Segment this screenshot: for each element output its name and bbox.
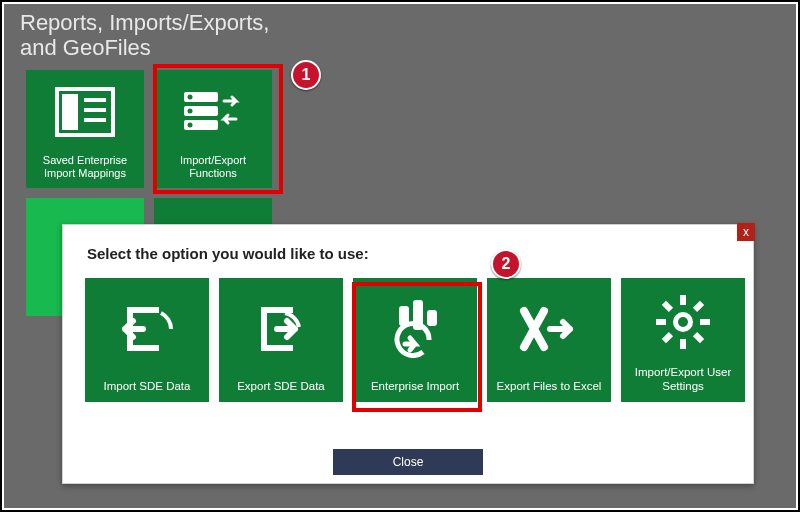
option-import-sde[interactable]: Import SDE Data bbox=[85, 278, 209, 402]
option-label: Export SDE Data bbox=[231, 380, 331, 394]
svg-rect-21 bbox=[662, 332, 673, 343]
svg-point-10 bbox=[188, 122, 193, 127]
step-badge-2: 2 bbox=[491, 249, 521, 279]
option-label: Export Files to Excel bbox=[491, 380, 608, 394]
option-enterprise-import[interactable]: Enterprise Import bbox=[353, 278, 477, 402]
export-sde-icon bbox=[219, 278, 343, 380]
tile-import-export-functions[interactable]: Import/Export Functions bbox=[154, 70, 272, 188]
dialog-options-row: Import SDE Data Export SDE Data bbox=[63, 262, 753, 402]
saved-mappings-icon bbox=[26, 70, 144, 154]
close-icon[interactable]: x bbox=[737, 223, 755, 241]
svg-rect-17 bbox=[680, 339, 686, 349]
svg-rect-16 bbox=[680, 295, 686, 305]
svg-rect-1 bbox=[62, 94, 78, 130]
top-tile-row: Saved Enterprise Import Mappings Import/… bbox=[26, 70, 272, 188]
tile-label: Import/Export Functions bbox=[154, 154, 272, 182]
svg-point-8 bbox=[188, 94, 193, 99]
svg-point-15 bbox=[678, 317, 688, 327]
svg-rect-22 bbox=[662, 301, 673, 312]
option-label: Import/Export User Settings bbox=[621, 366, 745, 394]
option-dialog: x Select the option you would like to us… bbox=[62, 224, 754, 484]
svg-point-9 bbox=[188, 108, 193, 113]
svg-rect-23 bbox=[693, 332, 704, 343]
option-export-excel[interactable]: Export Files to Excel bbox=[487, 278, 611, 402]
dialog-prompt: Select the option you would like to use: bbox=[63, 225, 753, 262]
app-screen: Reports, Imports/Exports, and GeoFiles S… bbox=[4, 4, 796, 508]
option-user-settings[interactable]: Import/Export User Settings bbox=[621, 278, 745, 402]
import-sde-icon bbox=[85, 278, 209, 380]
svg-rect-13 bbox=[427, 310, 437, 326]
step-badge-1: 1 bbox=[291, 60, 321, 90]
excel-export-icon bbox=[487, 278, 611, 380]
svg-rect-18 bbox=[656, 319, 666, 325]
svg-rect-19 bbox=[700, 319, 710, 325]
tile-label: Saved Enterprise Import Mappings bbox=[26, 154, 144, 182]
option-label: Import SDE Data bbox=[98, 380, 197, 394]
option-label: Enterprise Import bbox=[365, 380, 465, 394]
tile-saved-mappings[interactable]: Saved Enterprise Import Mappings bbox=[26, 70, 144, 188]
svg-rect-20 bbox=[693, 301, 704, 312]
gear-icon bbox=[621, 278, 745, 366]
import-export-icon bbox=[154, 70, 272, 154]
section-title: Reports, Imports/Exports, and GeoFiles bbox=[20, 10, 280, 61]
enterprise-import-icon bbox=[353, 278, 477, 380]
option-export-sde[interactable]: Export SDE Data bbox=[219, 278, 343, 402]
close-button[interactable]: Close bbox=[333, 449, 483, 475]
